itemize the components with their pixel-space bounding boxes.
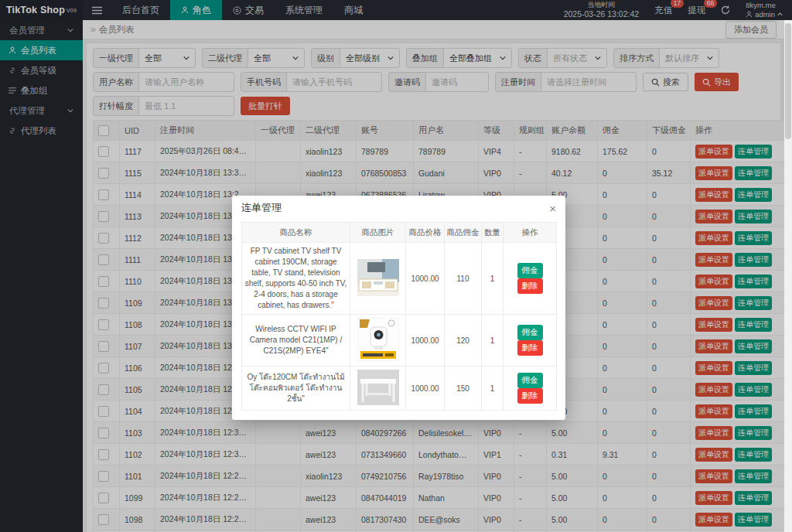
product-image-cctv-camera: [357, 318, 399, 361]
delete-button[interactable]: 删除: [517, 340, 543, 356]
product-column-header: 数量: [482, 223, 504, 243]
product-price: 1000.00: [406, 367, 445, 411]
product-qty: 1: [482, 243, 504, 315]
product-price: 1000.00: [406, 315, 445, 367]
product-row: FP TV cabinet TV shelf TV cabinet 190CM,…: [242, 243, 557, 315]
product-actions: 佣金删除: [504, 315, 557, 367]
product-column-header: 商品佣金: [445, 223, 482, 243]
product-image-white-desk: [357, 370, 399, 405]
product-actions: 佣金删除: [504, 367, 557, 411]
close-icon[interactable]: ×: [549, 203, 556, 214]
product-column-header: 商品名称: [242, 223, 350, 243]
chain-order-modal: 连单管理 × 商品名称商品图片商品价格商品佣金数量操作 FP TV cabine…: [232, 196, 565, 420]
modal-body: 商品名称商品图片商品价格商品佣金数量操作 FP TV cabinet TV sh…: [232, 219, 565, 420]
product-commission: 110: [445, 243, 482, 315]
product-actions: 佣金删除: [504, 243, 557, 315]
delete-button[interactable]: 删除: [517, 388, 543, 404]
scrollbar[interactable]: [784, 20, 792, 532]
modal-header: 连单管理 ×: [232, 196, 565, 219]
delete-button[interactable]: 删除: [517, 278, 543, 294]
product-image-tv-cabinet: [357, 259, 399, 296]
product-qty: 1: [482, 367, 504, 411]
product-qty: 1: [482, 315, 504, 367]
commission-button[interactable]: 佣金: [517, 263, 543, 278]
product-header-row: 商品名称商品图片商品价格商品佣金数量操作: [242, 223, 557, 243]
commission-button[interactable]: 佣金: [517, 325, 543, 340]
product-table: 商品名称商品图片商品价格商品佣金数量操作 FP TV cabinet TV sh…: [241, 222, 557, 411]
app-window: TikTok ShopV09 后台首页角色交易系统管理商城 当地时间 2025-…: [0, 0, 792, 532]
product-column-header: 商品价格: [406, 223, 445, 243]
product-column-header: 操作: [504, 223, 557, 243]
product-column-header: 商品图片: [350, 223, 406, 243]
commission-button[interactable]: 佣金: [517, 373, 543, 388]
product-name: FP TV cabinet TV shelf TV cabinet 190CM,…: [242, 243, 350, 315]
product-row: Wireless CCTV WIFI IP Camera model C21(1…: [242, 315, 557, 367]
product-commission: 120: [445, 315, 482, 367]
product-name: Wireless CCTV WIFI IP Camera model C21(1…: [242, 315, 350, 367]
product-row: Oy โต๊ะ120CM โต๊ะทำงานไม้ โต๊ะคอมพิวเตอร…: [242, 367, 557, 411]
product-name: Oy โต๊ะ120CM โต๊ะทำงานไม้ โต๊ะคอมพิวเตอร…: [242, 367, 350, 411]
product-commission: 150: [445, 367, 482, 411]
scrollbar-thumb[interactable]: [785, 23, 791, 139]
modal-title: 连单管理: [241, 201, 282, 215]
product-price: 1000.00: [406, 243, 445, 315]
